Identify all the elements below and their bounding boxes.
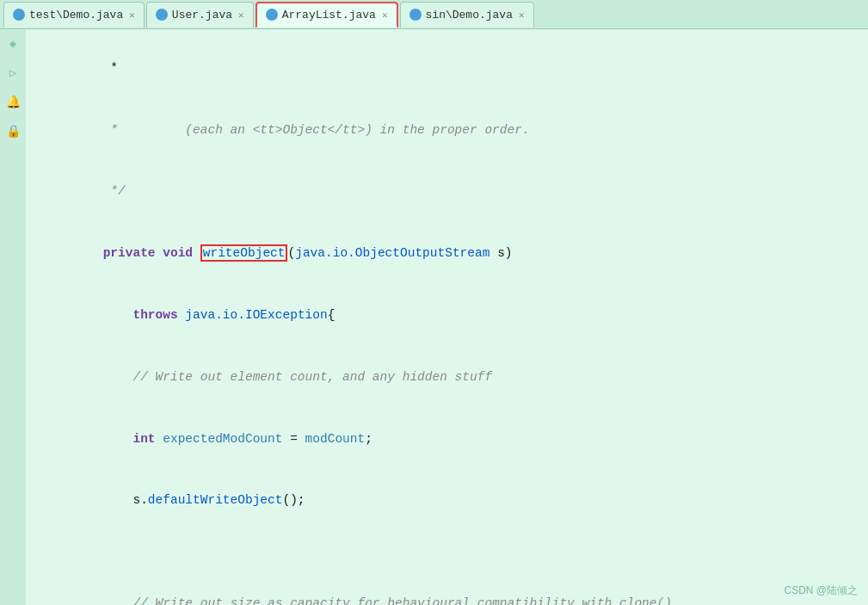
code-line-3: */ [43,162,851,224]
gutter-icon-1: ◈ [6,36,20,50]
code-line-7: int expectedModCount = modCount; [43,409,851,471]
tab-close-button[interactable]: ✕ [382,9,388,21]
java-icon [409,9,422,21]
code-area: * * (each an <tt>Object</tt>) in the pro… [26,29,868,605]
code-line-9 [43,532,851,553]
code-line-4: private void writeObject(java.io.ObjectO… [43,223,851,285]
code-line-5: throws java.io.IOException{ [43,285,851,347]
tab-label: User.java [172,9,232,22]
tab-label: sin\Demo.java [426,9,513,22]
tab-close-button[interactable]: ✕ [519,9,525,21]
code-line-8: s.defaultWriteObject(); [43,470,851,532]
gutter-icon-4: 🔒 [6,124,20,138]
tab-sin-demo[interactable]: sin\Demo.java ✕ [400,2,534,28]
tab-label: test\Demo.java [29,9,123,22]
code-line-6: // Write out element count, and any hidd… [43,347,851,409]
gutter-icon-2: ▷ [6,65,20,79]
tab-arraylist[interactable]: ArrayList.java ✕ [255,2,398,28]
java-icon [266,9,278,21]
tab-user[interactable]: User.java ✕ [146,2,254,28]
watermark: CSDN @陆倾之 [784,583,858,598]
code-line-2: * (each an <tt>Object</tt>) in the prope… [43,100,851,162]
java-icon [156,9,168,21]
code-line-1: * [43,38,851,100]
left-gutter: ◈ ▷ 🔔 🔒 [0,29,26,605]
tab-test-demo[interactable]: test\Demo.java ✕ [3,2,145,28]
code-line-11: // Write out size as capacity for behavi… [43,573,851,605]
tab-bar: test\Demo.java ✕ User.java ✕ ArrayList.j… [0,0,868,29]
java-icon [13,9,25,21]
code-line-10 [43,553,851,573]
tab-label: ArrayList.java [282,9,376,22]
tab-close-button[interactable]: ✕ [129,9,135,21]
gutter-icon-3: 🔔 [6,95,20,108]
tab-close-button[interactable]: ✕ [238,9,244,21]
